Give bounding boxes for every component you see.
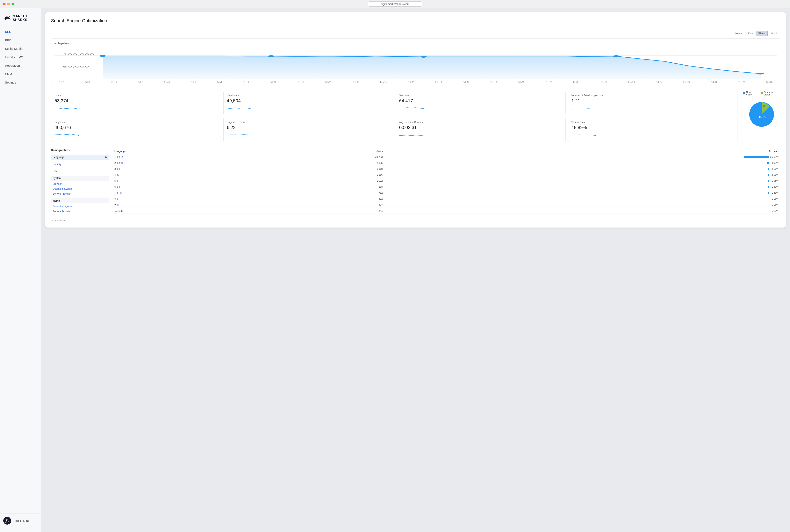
- svg-point-6: [99, 55, 106, 57]
- demographics-panel: Demographics Language ▶ Country City: [51, 149, 109, 216]
- metric-pageviews: Pageviews 400,676: [51, 118, 221, 142]
- lang-pct-cell: 1.02%: [384, 208, 780, 214]
- x-label: Feb 12: [325, 81, 331, 83]
- x-label: Feb 25: [683, 81, 690, 83]
- time-btn-week[interactable]: Week: [756, 31, 768, 36]
- col-pct-users: % Users: [384, 149, 780, 154]
- lang-rank: 3. es: [113, 166, 270, 172]
- lang-rank: 1. en-us: [113, 154, 270, 160]
- lang-link[interactable]: pt-br: [117, 191, 122, 194]
- lang-link[interactable]: en-gb: [117, 162, 123, 164]
- content-card: Search Engine Optimization Hourly Day We…: [45, 12, 786, 228]
- legend-dot: [55, 43, 56, 44]
- lang-link[interactable]: de: [117, 185, 120, 188]
- sidebar-item-email-sms[interactable]: Email & SMS: [2, 53, 39, 61]
- lang-pct: 1.18%: [770, 197, 778, 200]
- svg-point-9: [613, 55, 619, 57]
- col-language: Language: [113, 149, 270, 154]
- bottom-section: Demographics Language ▶ Country City: [51, 149, 780, 216]
- table-row: 7. pt-br 782 1.48%: [113, 190, 780, 196]
- example-data-note: *Example Data: [51, 219, 780, 222]
- pie-section: New Visitor Returning Visitor: [743, 91, 780, 145]
- demo-item-city[interactable]: City: [51, 169, 109, 174]
- sidebar-item-seo[interactable]: SEO: [2, 28, 39, 36]
- x-label: Feb 22: [601, 81, 607, 83]
- sidebar-item-settings[interactable]: Settings: [2, 79, 39, 86]
- company-name: Acceler8, Inc: [14, 519, 29, 522]
- svg-text:85.4%: 85.4%: [759, 116, 766, 118]
- demo-item-service-provider[interactable]: Service Provider: [51, 191, 109, 196]
- window-controls: [3, 3, 14, 5]
- sidebar-item-social-media[interactable]: Social Media: [2, 45, 39, 53]
- sidebar-item-crm[interactable]: CRM: [2, 70, 39, 78]
- lang-pct-cell: 2.11%: [384, 166, 780, 172]
- svg-text:50,000: 50,000: [62, 65, 90, 68]
- lang-link[interactable]: es: [117, 168, 120, 170]
- demo-group-mobile: Mobile Operating System Service Provider: [51, 198, 109, 214]
- metric-avg-session-value: 00:02:31: [399, 125, 562, 130]
- metric-users-value: 53,374: [55, 98, 217, 103]
- chart-x-labels: Feb 2 Feb 3 Feb 4 Feb 5 Feb 6 Feb 7 Feb …: [55, 81, 777, 83]
- minimize-button[interactable]: [7, 3, 10, 5]
- demo-item-country[interactable]: Country: [51, 162, 109, 167]
- avatar: [3, 517, 11, 525]
- metric-pages-session-sparkline: [227, 132, 252, 138]
- sidebar: MARKET SHARKS SEO PPC Social Media Email…: [0, 8, 41, 532]
- shark-logo-icon: [4, 15, 11, 21]
- svg-point-7: [268, 55, 274, 57]
- table-row: 5. fr 1,032 1.95%: [113, 178, 780, 184]
- x-label: Feb 19: [518, 81, 524, 83]
- x-label: Feb 8: [217, 81, 223, 83]
- titlebar: digitalmarketsharks.com: [0, 0, 790, 8]
- url-bar[interactable]: digitalmarketsharks.com: [368, 1, 422, 6]
- lang-users: 2,125: [270, 160, 384, 166]
- lang-users: 888: [270, 184, 384, 190]
- sidebar-item-ppc[interactable]: PPC: [2, 36, 39, 44]
- svg-point-8: [420, 56, 427, 58]
- metric-pageviews-sparkline: [55, 132, 79, 138]
- x-label: Feb 13: [353, 81, 359, 83]
- time-btn-month[interactable]: Month: [768, 31, 780, 36]
- chart-svg: 100,000 50,000: [55, 47, 777, 80]
- main-content: Search Engine Optimization Hourly Day We…: [41, 8, 790, 532]
- lang-link[interactable]: ja: [117, 203, 119, 206]
- metrics-wrapper: Users 53,374 New Users 49,504: [51, 91, 738, 145]
- maximize-button[interactable]: [12, 3, 14, 5]
- x-label: Feb 5: [138, 81, 143, 83]
- time-btn-day[interactable]: Day: [746, 31, 755, 36]
- lang-link[interactable]: tr: [117, 197, 118, 200]
- lang-link[interactable]: ru: [117, 173, 119, 176]
- close-button[interactable]: [3, 3, 5, 5]
- lang-link[interactable]: en-us: [117, 155, 123, 158]
- demo-item-mobile-os[interactable]: Operating System: [51, 204, 109, 209]
- lang-rank: 7. pt-br: [113, 190, 270, 196]
- lang-users: 1,118: [270, 166, 384, 172]
- metric-sessions: Sessions 64,417: [396, 91, 565, 115]
- demo-item-browser[interactable]: Browser: [51, 182, 109, 186]
- time-btn-hourly[interactable]: Hourly: [733, 31, 745, 36]
- lang-users: 622: [270, 196, 384, 202]
- x-label: Feb 17: [463, 81, 469, 83]
- table-row: 3. es 1,118 2.11%: [113, 166, 780, 172]
- lang-rank: 8. tr: [113, 196, 270, 202]
- metric-new-users: New Users 49,504: [224, 91, 393, 115]
- lang-users: 782: [270, 190, 384, 196]
- x-label: Feb 20: [545, 81, 552, 83]
- lang-bar: [767, 162, 769, 164]
- demo-group-system: System Browser Operating System Service …: [51, 176, 109, 196]
- metric-pageviews-value: 400,676: [55, 125, 217, 130]
- demographics-title: Demographics: [51, 149, 109, 153]
- sidebar-item-reputation[interactable]: Reputation: [2, 62, 39, 69]
- lang-bar: [768, 186, 769, 188]
- metric-users: Users 53,374: [51, 91, 221, 115]
- pie-legend-returning-dot: [760, 92, 763, 94]
- demo-item-os[interactable]: Operating System: [51, 186, 109, 191]
- lang-link[interactable]: ja-jp: [118, 209, 123, 212]
- demo-item-mobile-sp[interactable]: Service Provider: [51, 209, 109, 214]
- lang-pct-cell: 4.02%: [384, 160, 780, 166]
- lang-link[interactable]: fr: [117, 179, 118, 182]
- pie-legend-new-label: New Visitor: [746, 91, 757, 96]
- lang-rank: 5. fr: [113, 178, 270, 184]
- metric-sessions-value: 64,417: [399, 98, 562, 103]
- lang-rank: 6. de: [113, 184, 270, 190]
